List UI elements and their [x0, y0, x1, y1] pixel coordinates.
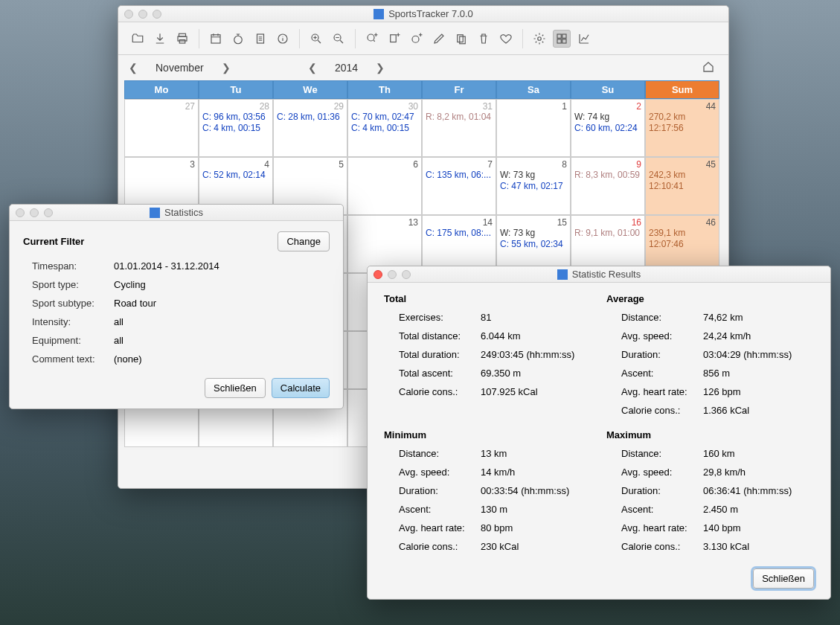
- calendar-cell[interactable]: 14C: 175 km, 08:...: [422, 215, 496, 273]
- calendar-entry[interactable]: C: 55 km, 02:34: [500, 239, 567, 250]
- calendar-entry[interactable]: 242,3 km: [649, 170, 716, 181]
- zoom-dot[interactable]: [402, 270, 411, 279]
- comment-value: (none): [114, 353, 330, 365]
- maxasc-label: Ascent:: [621, 504, 703, 515]
- minhr-value: 80 bpm: [481, 522, 591, 533]
- add-weight-icon[interactable]: [408, 30, 426, 48]
- info-icon[interactable]: [274, 30, 292, 48]
- calendar-entry[interactable]: C: 28 km, 01:36: [277, 112, 344, 123]
- day-number: 13: [351, 217, 418, 228]
- calendar-cell[interactable]: 27: [124, 99, 199, 157]
- prev-year-icon[interactable]: ❮: [308, 62, 317, 74]
- calendar-cell[interactable]: 7C: 135 km, 06:...: [422, 157, 496, 215]
- calendar-cell[interactable]: 30C: 70 km, 02:47C: 4 km, 00:15: [347, 99, 422, 157]
- calendar-cell[interactable]: 2W: 74 kgC: 60 km, 02:24: [571, 99, 645, 157]
- calendar-cell[interactable]: 6: [347, 157, 422, 215]
- chart-view-icon[interactable]: [575, 30, 593, 48]
- close-dot[interactable]: [16, 208, 25, 217]
- day-number: 9: [574, 159, 641, 170]
- edit-icon[interactable]: [430, 30, 448, 48]
- svg-rect-10: [391, 34, 397, 42]
- calendar-entry[interactable]: C: 4 km, 00:15: [202, 123, 269, 134]
- calendar-entry[interactable]: 270,2 km: [649, 112, 716, 123]
- calendar-cell[interactable]: 16R: 9,1 km, 01:00: [571, 215, 645, 273]
- calendar-entry[interactable]: C: 175 km, 08:...: [426, 228, 493, 239]
- delete-icon[interactable]: [475, 30, 493, 48]
- calendar-entry[interactable]: C: 52 km, 02:14: [202, 170, 269, 181]
- maximum-heading: Maximum: [606, 429, 814, 440]
- calendar-entry[interactable]: C: 70 km, 02:47: [351, 112, 418, 123]
- home-icon[interactable]: [702, 60, 715, 76]
- change-button[interactable]: Change: [278, 231, 330, 251]
- min-dot[interactable]: [138, 10, 147, 19]
- calendar-entry[interactable]: 12:07:46: [649, 239, 716, 250]
- calendar-entry[interactable]: C: 96 km, 03:56: [202, 112, 269, 123]
- day-number: 16: [574, 217, 641, 228]
- add-exercise-icon[interactable]: [363, 30, 381, 48]
- settings-icon[interactable]: [530, 30, 548, 48]
- svg-rect-15: [557, 34, 561, 38]
- calendar-entry[interactable]: W: 73 kg: [500, 228, 567, 239]
- save-icon[interactable]: [151, 30, 169, 48]
- calendar-entry[interactable]: W: 73 kg: [500, 170, 567, 181]
- close-button[interactable]: Schließen: [753, 568, 814, 589]
- calendar-entry[interactable]: C: 47 km, 02:17: [500, 181, 567, 192]
- avgdist-label: Distance:: [621, 312, 703, 323]
- maxspeed-label: Avg. speed:: [621, 467, 703, 478]
- calendar-cell[interactable]: 44270,2 km12:17:56: [645, 99, 719, 157]
- grid-view-icon[interactable]: [553, 30, 571, 48]
- calendar-cell[interactable]: 15W: 73 kgC: 55 km, 02:34: [496, 215, 571, 273]
- calendar-cell[interactable]: 45242,3 km12:10:41: [645, 157, 719, 215]
- zoom-dot[interactable]: [44, 208, 53, 217]
- prev-month-icon[interactable]: ❮: [129, 62, 138, 74]
- calendar-cell[interactable]: 9R: 8,3 km, 00:59: [571, 157, 645, 215]
- calendar-cell[interactable]: 8W: 73 kgC: 47 km, 02:17: [496, 157, 571, 215]
- calendar-cell[interactable]: 46239,1 km12:07:46: [645, 215, 719, 273]
- calendar-entry[interactable]: 12:10:41: [649, 181, 716, 192]
- calendar-entry[interactable]: C: 60 km, 02:24: [574, 123, 641, 134]
- calendar-cell[interactable]: 13: [347, 215, 422, 273]
- minasc-value: 130 m: [481, 504, 591, 515]
- day-header: Sa: [496, 80, 571, 99]
- calendar-entry[interactable]: C: 135 km, 06:...: [426, 170, 493, 181]
- min-dot[interactable]: [388, 270, 397, 279]
- day-number: 2: [574, 101, 641, 112]
- calendar-cell[interactable]: 28C: 96 km, 03:56C: 4 km, 00:15: [199, 99, 273, 157]
- svg-rect-13: [460, 36, 466, 44]
- zoom-out-icon[interactable]: [330, 30, 347, 48]
- heart-icon[interactable]: [497, 30, 515, 48]
- totaldist-label: Total distance:: [399, 330, 481, 342]
- stopwatch-icon[interactable]: [229, 30, 247, 48]
- calendar-entry[interactable]: W: 74 kg: [574, 112, 641, 123]
- stats-titlebar: Statistics: [10, 205, 343, 221]
- open-icon[interactable]: [129, 30, 147, 48]
- results-titlebar: Statistic Results: [368, 266, 830, 283]
- calendar-cell[interactable]: 1: [496, 99, 571, 157]
- calculate-button[interactable]: Calculate: [272, 378, 330, 398]
- next-month-icon[interactable]: ❯: [222, 62, 231, 74]
- exercises-label: Exercises:: [399, 312, 481, 323]
- calendar-entry[interactable]: 239,1 km: [649, 228, 716, 239]
- avgdist-value: 74,62 km: [703, 312, 814, 323]
- zoom-in-icon[interactable]: [307, 30, 325, 48]
- close-dot[interactable]: [124, 10, 133, 19]
- calendar-entry[interactable]: R: 8,3 km, 00:59: [574, 170, 641, 181]
- close-dot[interactable]: [373, 270, 382, 279]
- next-year-icon[interactable]: ❯: [376, 62, 385, 74]
- timespan-label: Timespan:: [32, 260, 114, 272]
- close-button[interactable]: Schließen: [205, 378, 266, 398]
- print-icon[interactable]: [173, 30, 191, 48]
- calendar-icon[interactable]: [207, 30, 225, 48]
- day-number: 1: [500, 101, 567, 112]
- min-dot[interactable]: [30, 208, 39, 217]
- calendar-entry[interactable]: C: 4 km, 00:15: [351, 123, 418, 134]
- copy-icon[interactable]: [452, 30, 470, 48]
- add-note-icon[interactable]: [385, 30, 403, 48]
- zoom-dot[interactable]: [153, 10, 161, 19]
- calendar-cell[interactable]: 31R: 8,2 km, 01:04: [422, 99, 496, 157]
- note-icon[interactable]: [251, 30, 269, 48]
- calendar-entry[interactable]: R: 9,1 km, 01:00: [574, 228, 641, 239]
- calendar-entry[interactable]: R: 8,2 km, 01:04: [426, 112, 493, 123]
- calendar-entry[interactable]: 12:17:56: [649, 123, 716, 134]
- calendar-cell[interactable]: 29C: 28 km, 01:36: [273, 99, 347, 157]
